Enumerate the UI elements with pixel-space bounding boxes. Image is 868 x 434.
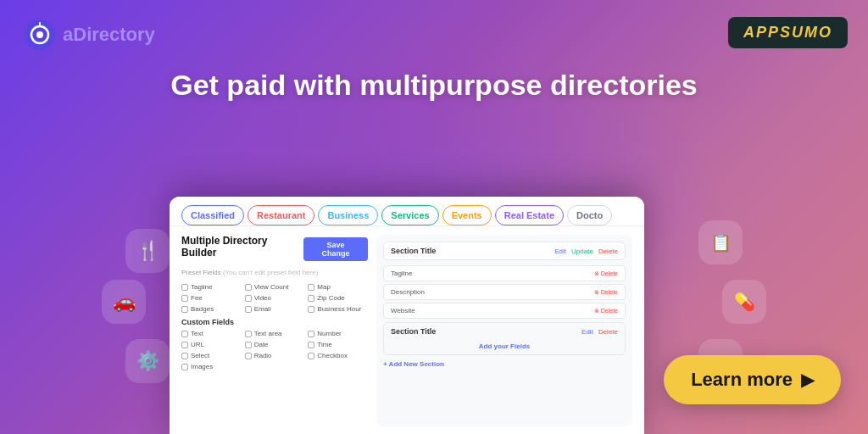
tagline-delete[interactable]: ⊗ Delete xyxy=(594,270,618,277)
tab-classified[interactable]: Classified xyxy=(181,205,244,225)
tab-services[interactable]: Services xyxy=(381,205,438,225)
section2-delete-btn[interactable]: Delete xyxy=(598,328,618,336)
panel-title: Multiple Directory Builder xyxy=(181,235,303,259)
logo-text: aDirectory xyxy=(63,24,155,46)
field-number: Number xyxy=(308,330,368,337)
field-radio: Radio xyxy=(245,352,305,359)
logo-a: a xyxy=(63,24,73,45)
car-icon: 🚗 xyxy=(102,280,146,324)
field-badges: Badges xyxy=(181,305,242,313)
logo: aDirectory xyxy=(24,19,155,51)
appsumo-app: APP xyxy=(743,24,780,41)
field-images: Images xyxy=(181,363,242,370)
section1-title-bar: Section Title Edit Update Delete xyxy=(383,242,626,260)
custom-fields-grid: Text Text area Number URL Date Time Sele… xyxy=(181,330,368,370)
appsumo-sumo: SUMO xyxy=(780,24,832,41)
right-panel: Section Title Edit Update Delete Tagline… xyxy=(376,235,632,426)
tab-restaurant[interactable]: Restaurant xyxy=(248,205,314,225)
section2-edit-btn[interactable]: Edit xyxy=(581,328,593,336)
logo-rest: Directory xyxy=(73,24,155,45)
description-delete[interactable]: ⊗ Delete xyxy=(594,289,618,296)
field-map: Map xyxy=(308,283,368,291)
field-row-website: Website ⊗ Delete xyxy=(383,303,626,319)
add-fields-label: Add your Fields xyxy=(391,342,618,350)
preset-fields-grid: Tagline View Count Map Fee Video Zip Cod… xyxy=(181,283,368,313)
appsumo-badge: APPSUMO xyxy=(728,17,848,48)
tab-business[interactable]: Business xyxy=(318,205,378,225)
headline: Get paid with multipurpose directories xyxy=(0,68,868,103)
background: aDirectory APPSUMO Get paid with multipu… xyxy=(0,0,868,434)
section1-update-btn[interactable]: Update xyxy=(571,248,593,255)
panel-header: Multiple Directory Builder Save Change xyxy=(181,235,368,264)
logo-icon xyxy=(24,19,56,51)
learn-more-button[interactable]: Learn more ▶ xyxy=(664,355,841,404)
tab-realestate[interactable]: Real Estate xyxy=(495,205,564,225)
field-fee: Fee xyxy=(181,294,242,302)
field-video: Video xyxy=(245,294,305,302)
preset-label: Preset Fields (You can't edit preset fie… xyxy=(181,269,368,276)
gear-icon: ⚙️ xyxy=(125,339,170,383)
field-checkbox: Checkbox xyxy=(308,352,368,359)
section2-actions: Edit Delete xyxy=(581,328,618,336)
section1-actions: Edit Update Delete xyxy=(554,248,618,255)
field-time: Time xyxy=(308,341,368,348)
tab-bar: Classified Restaurant Business Services … xyxy=(170,197,644,226)
field-date: Date xyxy=(245,341,305,348)
field-row-description: Description ⊗ Delete xyxy=(383,284,626,300)
tab-events[interactable]: Events xyxy=(442,205,492,225)
tab-doctor[interactable]: Docto xyxy=(567,205,612,225)
learn-more-label: Learn more xyxy=(691,369,793,391)
section1-edit-btn[interactable]: Edit xyxy=(554,248,566,255)
custom-fields-label: Custom Fields xyxy=(181,318,368,326)
field-text: Text xyxy=(181,330,242,337)
field-viewcount: View Count xyxy=(245,283,305,291)
field-businesshour: Business Hour xyxy=(308,305,368,313)
add-new-section-btn[interactable]: + Add New Section xyxy=(383,360,626,368)
document-icon: 📋 xyxy=(698,220,743,264)
svg-point-2 xyxy=(36,31,43,38)
field-email: Email xyxy=(245,305,305,313)
field-tagline: Tagline xyxy=(181,283,242,291)
left-panel: Multiple Directory Builder Save Change P… xyxy=(181,235,368,426)
section1-delete-btn[interactable]: Delete xyxy=(598,248,618,255)
field-zipcode: Zip Code xyxy=(308,294,368,302)
medical-icon: 💊 xyxy=(722,280,766,324)
main-content: Multiple Directory Builder Save Change P… xyxy=(170,226,644,434)
field-row-tagline: Tagline ⊗ Delete xyxy=(383,265,626,281)
website-delete[interactable]: ⊗ Delete xyxy=(594,308,618,314)
section1-title: Section Title xyxy=(391,247,436,255)
app-mockup: Classified Restaurant Business Services … xyxy=(170,197,644,434)
fork-knife-icon: 🍴 xyxy=(125,229,170,273)
field-select: Select xyxy=(181,352,242,359)
section2-title-bar: Section Title Edit Delete Add your Field… xyxy=(383,322,626,355)
field-textarea: Text area xyxy=(245,330,305,337)
mockup-window: Classified Restaurant Business Services … xyxy=(170,197,644,434)
section2-title: Section Title xyxy=(391,327,436,336)
save-change-button[interactable]: Save Change xyxy=(303,237,368,261)
learn-more-arrow-icon: ▶ xyxy=(801,370,814,390)
field-url: URL xyxy=(181,341,242,348)
